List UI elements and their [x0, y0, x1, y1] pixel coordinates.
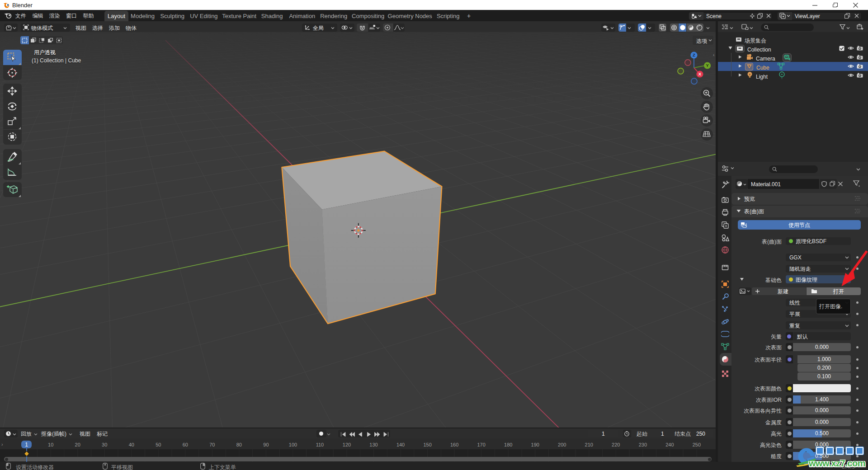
svg-text:X: X [698, 71, 702, 76]
svg-text:Y: Y [706, 63, 709, 68]
svg-text:Z: Z [693, 52, 695, 57]
